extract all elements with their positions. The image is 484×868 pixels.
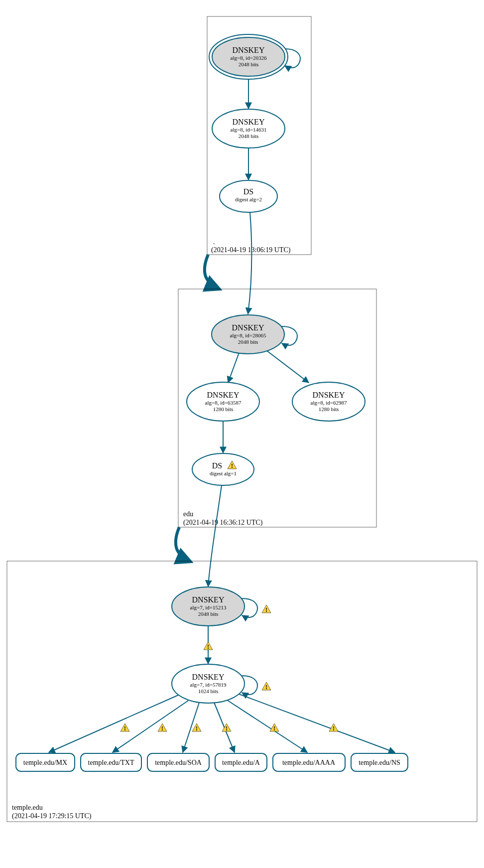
svg-text:DS: DS (243, 187, 253, 196)
svg-text:alg=7, id=15213: alg=7, id=15213 (190, 604, 227, 610)
warning-icon (204, 642, 213, 650)
svg-point-27 (192, 453, 254, 485)
svg-text:DNSKEY: DNSKEY (313, 391, 345, 399)
rr-soa[interactable]: temple.edu/SOA (147, 753, 209, 771)
svg-text:1024 bits: 1024 bits (198, 688, 219, 694)
zone-edu-name: edu (183, 510, 193, 518)
svg-text:alg=8, id=63587: alg=8, id=63587 (205, 400, 242, 406)
edge-root-to-edu-zone (205, 255, 219, 289)
edu-zsk2-node[interactable]: DNSKEY alg=8, id=62987 1280 bits (292, 382, 365, 421)
dnssec-diagram: ! . (2021-04-19 13:06:19 UTC) DNSKEY alg… (0, 0, 484, 868)
edu-ksk-node[interactable]: DNSKEY alg=8, id=28065 2048 bits (212, 315, 284, 354)
svg-text:DNSKEY: DNSKEY (233, 118, 265, 126)
rr-mx[interactable]: temple.edu/MX (16, 753, 75, 771)
zone-root-name: . (213, 238, 215, 246)
zone-edu-timestamp: (2021-04-19 16:36:12 UTC) (183, 519, 263, 527)
svg-text:alg=8, id=20326: alg=8, id=20326 (231, 55, 267, 61)
edge-edu-ksk-to-zsk1 (228, 353, 239, 383)
warning-icon (158, 723, 167, 732)
svg-text:DS: DS (212, 461, 222, 470)
svg-text:DNSKEY: DNSKEY (207, 391, 240, 399)
edge-edu-to-temple-zone (176, 527, 190, 562)
zone-root: . (2021-04-19 13:06:19 UTC) DNSKEY alg=8… (207, 16, 311, 255)
svg-text:temple.edu/A: temple.edu/A (222, 759, 260, 766)
root-zsk-node[interactable]: DNSKEY alg=8, id=14631 2048 bits (212, 109, 285, 148)
edge-root-ds-to-edu-ksk (248, 212, 251, 314)
svg-text:temple.edu/TXT: temple.edu/TXT (88, 759, 134, 766)
svg-text:temple.edu/MX: temple.edu/MX (23, 759, 67, 766)
svg-text:alg=8, id=14631: alg=8, id=14631 (231, 127, 267, 133)
rr-aaaa[interactable]: temple.edu/AAAA (273, 753, 345, 771)
svg-text:alg=8, id=62987: alg=8, id=62987 (311, 400, 347, 406)
svg-text:digest alg=1: digest alg=1 (210, 470, 237, 476)
svg-text:2048 bits: 2048 bits (239, 61, 259, 67)
svg-text:alg=7, id=57819: alg=7, id=57819 (190, 682, 227, 688)
zone-temple-timestamp: (2021-04-19 17:29:15 UTC) (12, 812, 92, 820)
temple-zsk-node[interactable]: DNSKEY alg=7, id=57819 1024 bits (172, 664, 244, 703)
zone-temple: temple.edu (2021-04-19 17:29:15 UTC) DNS… (7, 561, 477, 822)
rr-a[interactable]: temple.edu/A (215, 753, 267, 771)
svg-text:temple.edu/NS: temple.edu/NS (359, 759, 400, 766)
zone-temple-name: temple.edu (12, 804, 43, 811)
svg-text:temple.edu/AAAA: temple.edu/AAAA (282, 759, 336, 766)
edge-edu-ksk-to-zsk2 (267, 351, 309, 383)
svg-text:digest alg=2: digest alg=2 (235, 196, 262, 202)
root-ksk-node[interactable]: DNSKEY alg=8, id=20326 2048 bits (209, 34, 288, 79)
edge-zsk-aaaa (227, 700, 307, 752)
zone-edu: edu (2021-04-19 16:36:12 UTC) DNSKEY alg… (178, 289, 376, 527)
svg-text:DNSKEY: DNSKEY (232, 323, 264, 332)
edu-ds-node[interactable]: DS digest alg=1 (192, 453, 254, 485)
svg-text:alg=8, id=28065: alg=8, id=28065 (230, 332, 266, 338)
svg-text:DNSKEY: DNSKEY (233, 46, 265, 54)
svg-text:DNSKEY: DNSKEY (192, 673, 225, 681)
warning-icon (121, 723, 129, 732)
svg-text:2048 bits: 2048 bits (198, 611, 219, 617)
warning-icon (262, 682, 271, 691)
warning-icon (329, 723, 338, 732)
zone-root-timestamp: (2021-04-19 13:06:19 UTC) (211, 246, 291, 254)
warning-icon (192, 723, 201, 732)
root-ds-node[interactable]: DS digest alg=2 (220, 180, 277, 212)
svg-text:2048 bits: 2048 bits (238, 339, 258, 345)
svg-text:1280 bits: 1280 bits (213, 406, 234, 412)
edu-zsk1-node[interactable]: DNSKEY alg=8, id=63587 1280 bits (187, 382, 259, 421)
rr-ns[interactable]: temple.edu/NS (351, 753, 408, 771)
edge-zsk-mx (49, 695, 178, 752)
warning-icon (262, 605, 271, 613)
edge-edu-ds-to-temple-ksk (208, 485, 222, 586)
svg-text:temple.edu/SOA: temple.edu/SOA (155, 759, 202, 766)
rr-txt[interactable]: temple.edu/TXT (81, 753, 141, 771)
svg-text:DNSKEY: DNSKEY (192, 595, 225, 604)
svg-text:2048 bits: 2048 bits (239, 133, 259, 139)
svg-text:1280 bits: 1280 bits (319, 406, 339, 412)
temple-ksk-node[interactable]: DNSKEY alg=7, id=15213 2048 bits (172, 587, 244, 626)
warning-icon (270, 723, 279, 732)
